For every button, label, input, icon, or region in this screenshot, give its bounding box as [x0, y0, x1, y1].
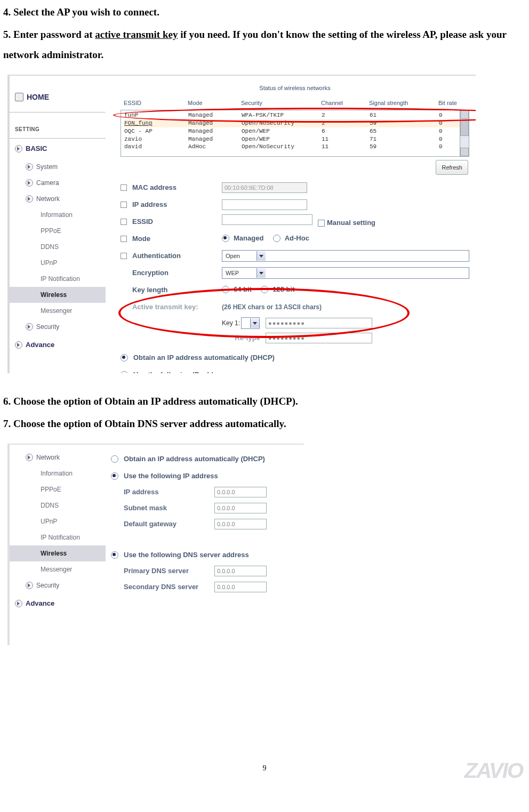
pdns-label: Primary DNS server — [124, 564, 214, 578]
col-bitrate: Bit rate — [438, 97, 470, 109]
chevron-right-icon — [26, 323, 33, 331]
nav-advance[interactable]: Advance — [10, 593, 106, 614]
nav-home-label: HOME — [27, 90, 49, 104]
nav-network-label: Network — [36, 451, 60, 464]
instruction-step4: 4. Select the AP you wish to connect. — [3, 2, 523, 22]
nav-ipnotification[interactable]: IP Notification — [10, 271, 106, 287]
nav-security[interactable]: Security — [10, 319, 106, 335]
nav-upnp[interactable]: UPnP — [10, 255, 106, 271]
refresh-button[interactable]: Refresh — [436, 160, 468, 175]
subnet-label: Subnet mask — [124, 501, 214, 515]
pdns-input[interactable]: 0.0.0.0 — [214, 566, 267, 576]
chevron-right-icon — [26, 179, 33, 187]
right-pane: Status of wireless networks ESSID Mode S… — [110, 76, 476, 373]
retype-label: Re-type — [235, 331, 266, 345]
dhcp-radio[interactable] — [111, 455, 118, 463]
nav-pppoe[interactable]: PPPoE — [10, 223, 106, 239]
network-row[interactable]: OQC - APManagedOpen/WEP6650 — [124, 127, 466, 135]
mode-adhoc-label: Ad-Hoc — [285, 231, 309, 245]
nav-home[interactable]: HOME — [10, 76, 106, 112]
nav-pppoe[interactable]: PPPoE — [10, 481, 106, 497]
left-nav: HOME SETTING BASIC System Camera Network… — [10, 76, 106, 373]
network-row[interactable]: zavioManagedOpen/WEP11710 — [124, 135, 466, 143]
static-ip-radio[interactable] — [111, 472, 118, 480]
keylen-64-radio[interactable] — [222, 286, 229, 293]
scrollbar[interactable] — [460, 110, 469, 156]
manual-setting-checkbox[interactable] — [318, 220, 325, 227]
mode-adhoc-radio[interactable] — [273, 235, 280, 242]
ip-input[interactable] — [222, 199, 307, 210]
key1-input[interactable]: ●●●●●●●●● — [266, 318, 372, 328]
nav-network[interactable]: Network — [10, 445, 106, 465]
scroll-up-button[interactable] — [460, 110, 469, 119]
ip-label: IP address — [124, 485, 214, 499]
atk-label: Active transmit key: — [132, 300, 222, 314]
chevron-right-icon — [15, 600, 22, 607]
nav-wireless[interactable]: Wireless — [10, 287, 106, 303]
key1-select[interactable] — [241, 317, 260, 329]
nav-system-label: System — [36, 160, 58, 173]
static-ip-label: Use the following IP address — [124, 469, 218, 483]
nav-ipnotification[interactable]: IP Notification — [10, 529, 106, 545]
nav-network[interactable]: Network — [10, 191, 106, 207]
enc-select[interactable]: WEP — [222, 267, 469, 279]
screenshot-2: Network Information PPPoE DDNS UPnP IP N… — [7, 444, 304, 645]
mac-input: 00:10:60:9E:7D:08 — [222, 182, 307, 193]
gateway-input[interactable]: 0.0.0.0 — [214, 519, 267, 529]
wireless-form: MAC address 00:10:60:9E:7D:08 IP address… — [121, 178, 469, 373]
sdns-input[interactable]: 0.0.0.0 — [214, 582, 267, 592]
nav-security-label: Security — [36, 579, 59, 592]
nav-security-label: Security — [36, 320, 59, 333]
nav-advance[interactable]: Advance — [10, 335, 106, 355]
home-icon — [15, 93, 23, 101]
nav-information[interactable]: Information — [10, 465, 106, 481]
nav-ddns[interactable]: DDNS — [10, 497, 106, 513]
sdns-label: Secondary DNS server — [124, 580, 214, 594]
chevron-right-icon — [15, 341, 22, 349]
keylen-64-label: 64 bit — [234, 283, 252, 296]
page-number: 9 — [0, 761, 529, 776]
nav-messenger[interactable]: Messenger — [10, 561, 106, 577]
nav-basic[interactable]: BASIC — [10, 139, 106, 159]
dhcp-radio[interactable] — [121, 354, 128, 361]
chevron-right-icon — [26, 163, 33, 171]
instruction-step7: 7. Choose the option of Obtain DNS serve… — [3, 414, 523, 434]
nav-information[interactable]: Information — [10, 207, 106, 223]
gateway-label: Default gateway — [124, 517, 214, 531]
static-ip-label: Use the following IP address — [133, 368, 228, 373]
square-icon — [121, 202, 127, 208]
col-mode: Mode — [188, 97, 241, 109]
nav-upnp[interactable]: UPnP — [10, 513, 106, 529]
retype-input[interactable]: ●●●●●●●●● — [266, 333, 372, 343]
essid-label: ESSID — [132, 215, 222, 229]
keylen-128-label: 128 bit — [272, 283, 294, 296]
nav-camera[interactable]: Camera — [10, 175, 106, 191]
auth-select[interactable]: Open — [222, 250, 469, 262]
nav-system[interactable]: System — [10, 159, 106, 175]
subnet-input[interactable]: 0.0.0.0 — [214, 503, 267, 513]
nav-security[interactable]: Security — [10, 577, 106, 593]
static-ip-radio[interactable] — [121, 371, 128, 373]
nav-wireless[interactable]: Wireless — [10, 545, 106, 561]
keylen-128-radio[interactable] — [261, 286, 268, 293]
network-row[interactable]: davidAdHocOpen/NoSecurity11590 — [124, 143, 466, 151]
dns-static-radio[interactable] — [111, 551, 118, 559]
scroll-thumb[interactable] — [460, 120, 469, 136]
nav-messenger[interactable]: Messenger — [10, 303, 106, 319]
nav-advance-label: Advance — [26, 338, 54, 352]
network-row[interactable]: FON_funpManagedOpen/NoSecurity2590 — [124, 119, 466, 127]
network-row[interactable]: funPManagedWPA-PSK/TKIP2610 — [124, 111, 466, 119]
networks-title: Status of wireless networks — [121, 79, 469, 96]
nav-ddns[interactable]: DDNS — [10, 239, 106, 255]
networks-listbox[interactable]: funPManagedWPA-PSK/TKIP2610 FON_funpMana… — [121, 110, 469, 157]
scroll-down-button[interactable] — [460, 148, 469, 156]
col-security: Security — [241, 97, 321, 109]
col-channel: Channel — [321, 97, 369, 109]
mode-managed-radio[interactable] — [222, 235, 229, 242]
square-icon — [121, 219, 127, 225]
ip-input[interactable]: 0.0.0.0 — [214, 487, 267, 497]
chevron-down-icon — [257, 251, 266, 261]
instruction-step6: 6. Choose the option of Obtain an IP add… — [3, 391, 523, 412]
nav-basic-label: BASIC — [26, 142, 47, 156]
essid-input[interactable] — [222, 214, 312, 225]
